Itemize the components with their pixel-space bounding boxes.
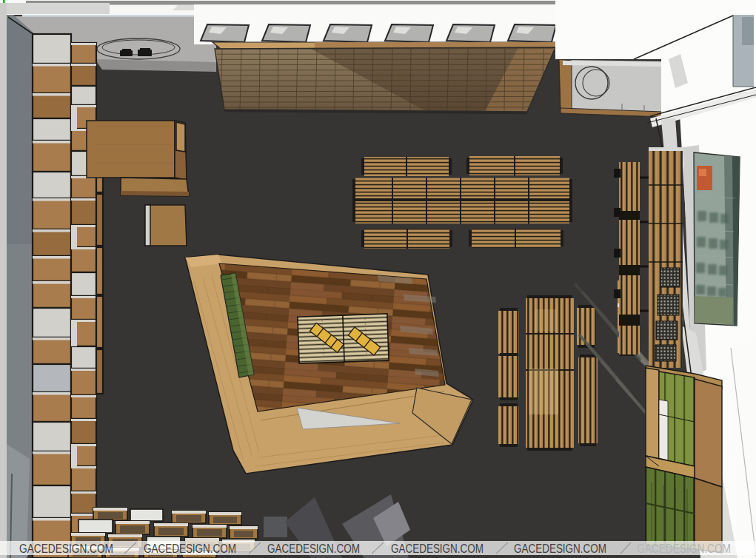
svg-text:GACEDESIGN.COM: GACEDESIGN.COM: [267, 542, 360, 555]
svg-text:GACEDESIGN.COM: GACEDESIGN.COM: [637, 542, 731, 555]
svg-text:GACEDESIGN.COM: GACEDESIGN.COM: [514, 542, 606, 555]
svg-text:GACEDESIGN.COM: GACEDESIGN.COM: [144, 542, 236, 555]
svg-text:GACEDESIGN.COM: GACEDESIGN.COM: [19, 542, 113, 555]
svg-text:GACEDESIGN.COM: GACEDESIGN.COM: [391, 542, 484, 555]
